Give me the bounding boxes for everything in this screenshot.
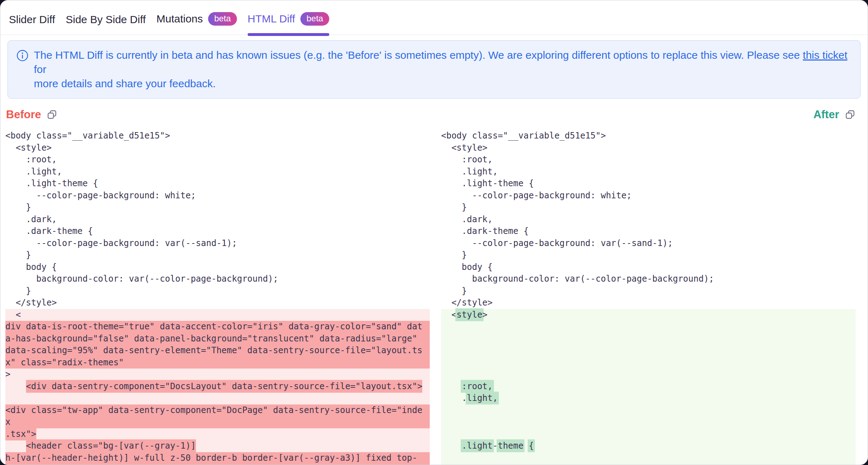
code-line xyxy=(441,404,856,417)
diff-panels: <body class="__variable_d51e15"> <style>… xyxy=(0,121,868,465)
tab-label: Mutations xyxy=(156,13,203,25)
code-line: .light, xyxy=(441,392,856,404)
code-line xyxy=(441,452,856,464)
tab-label: HTML Diff xyxy=(248,13,295,25)
code-line: x xyxy=(5,416,430,428)
tab-slider-diff[interactable]: Slider Diff xyxy=(9,14,55,35)
code-line: a-has-background="false" data-panel-back… xyxy=(5,333,430,345)
code-line: .dark-theme { xyxy=(5,225,430,237)
tab-html-diff[interactable]: HTML Diff beta xyxy=(248,12,329,35)
code-line: .dark, xyxy=(441,214,856,226)
code-line: } xyxy=(441,249,856,261)
code-line: .light, xyxy=(441,166,856,178)
code-line: <style> xyxy=(441,309,856,321)
code-line: <div class="tw-app" data-sentry-componen… xyxy=(5,404,430,417)
code-line: <style> xyxy=(441,142,856,154)
code-line xyxy=(441,369,856,381)
after-label: After xyxy=(813,108,839,121)
after-code-panel[interactable]: <body class="__variable_d51e15"> <style>… xyxy=(441,130,856,465)
code-line: body { xyxy=(441,261,856,273)
banner-text-part1: The HTML Diff is currently in beta and h… xyxy=(34,49,803,61)
code-line: :root, xyxy=(441,154,856,166)
code-line: .dark, xyxy=(5,214,430,226)
code-line: background-color: var(--color-page-backg… xyxy=(5,273,430,285)
code-line: } xyxy=(5,202,430,214)
code-line: .light, xyxy=(5,166,430,178)
code-line: } xyxy=(5,249,430,261)
code-line: } xyxy=(441,202,856,214)
code-line: h-[var(--header-height)] w-full z-50 bor… xyxy=(5,452,430,464)
diff-view-tabbar: Slider Diff Side By Side Diff Mutations … xyxy=(0,0,868,35)
code-line: background-color: var(--color-page-backg… xyxy=(441,273,856,285)
code-line: <body class="__variable_d51e15"> xyxy=(5,130,430,142)
before-header: Before xyxy=(6,108,57,121)
copy-icon xyxy=(845,109,856,120)
code-line: </style> xyxy=(5,297,430,309)
copy-after-button[interactable] xyxy=(845,109,856,120)
ticket-link[interactable]: this ticket xyxy=(803,49,847,61)
tab-label: Slider Diff xyxy=(9,14,55,26)
code-line: .light-theme { xyxy=(441,440,856,452)
code-line: <style> xyxy=(5,142,430,154)
before-label: Before xyxy=(6,108,41,121)
code-line: :root, xyxy=(441,381,856,393)
beta-badge: beta xyxy=(208,12,237,26)
code-line xyxy=(441,333,856,345)
tab-mutations[interactable]: Mutations beta xyxy=(156,12,237,35)
beta-badge: beta xyxy=(300,12,329,26)
code-line: <header class="bg-[var(--gray-1)] xyxy=(5,440,430,452)
banner-text: The HTML Diff is currently in beta and h… xyxy=(34,48,852,91)
code-line xyxy=(441,345,856,357)
tab-side-by-side-diff[interactable]: Side By Side Diff xyxy=(66,14,146,35)
code-line: data-scaling="95%" data-sentry-element="… xyxy=(5,345,430,357)
code-line: .light-theme { xyxy=(5,178,430,190)
code-line: <div data-sentry-component="DocsLayout" … xyxy=(5,381,430,393)
code-line: > xyxy=(5,369,430,381)
code-line: <body class="__variable_d51e15"> xyxy=(441,130,856,142)
after-header: After xyxy=(813,108,856,121)
banner-text-part2: for xyxy=(34,63,46,75)
code-line: .tsx"> xyxy=(5,428,430,440)
before-code-panel[interactable]: <body class="__variable_d51e15"> <style>… xyxy=(5,130,430,465)
info-icon xyxy=(16,49,29,91)
code-line: x" class="radix-themes" xyxy=(5,357,430,369)
code-line: --color-page-background: white; xyxy=(441,190,856,202)
main-card: Slider Diff Side By Side Diff Mutations … xyxy=(0,0,868,465)
copy-before-button[interactable] xyxy=(47,109,57,120)
code-line: --color-page-background: var(--sand-1); xyxy=(441,237,856,250)
code-line xyxy=(5,392,430,404)
code-line: } xyxy=(441,285,856,297)
code-line: .light-theme { xyxy=(441,178,856,190)
code-line: --color-page-background: var(--sand-1); xyxy=(5,237,430,250)
diff-panel-header: Before After xyxy=(0,99,868,121)
code-line: --color-page-background: white; xyxy=(5,190,430,202)
copy-icon xyxy=(47,109,57,120)
code-line xyxy=(441,416,856,428)
banner-text-line2: more details and share your feedback. xyxy=(34,77,852,91)
code-line xyxy=(441,321,856,333)
code-line: .dark-theme { xyxy=(441,225,856,237)
code-line: } xyxy=(5,285,430,297)
beta-warning-banner: The HTML Diff is currently in beta and h… xyxy=(7,40,861,99)
code-line: :root, xyxy=(5,154,430,166)
tab-label: Side By Side Diff xyxy=(66,14,146,26)
code-line: </style> xyxy=(441,297,856,309)
code-line: div data-is-root-theme="true" data-accen… xyxy=(5,321,430,333)
code-line xyxy=(441,357,856,369)
code-line xyxy=(441,428,856,440)
code-line: body { xyxy=(5,261,430,273)
code-line: < xyxy=(5,309,430,321)
